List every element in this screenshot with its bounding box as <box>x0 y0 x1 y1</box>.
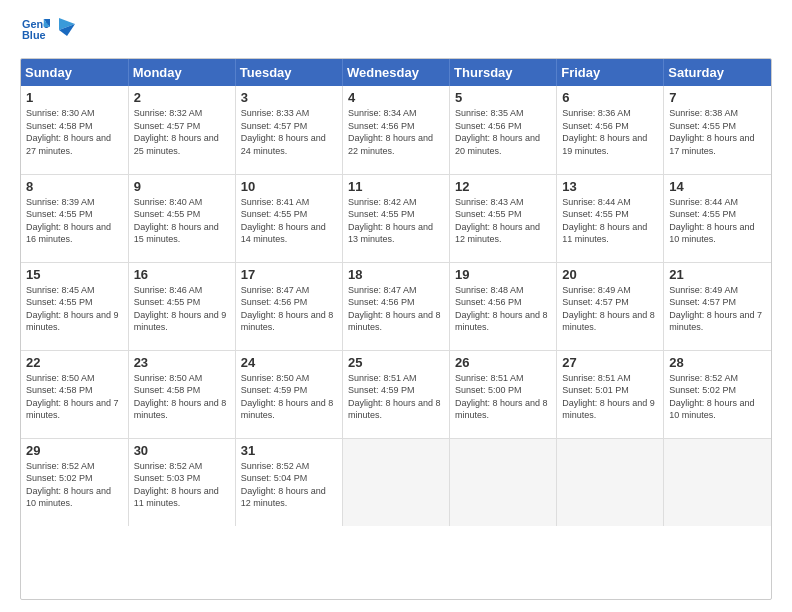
day-number: 2 <box>134 90 230 105</box>
cell-info: Sunrise: 8:39 AMSunset: 4:55 PMDaylight:… <box>26 197 111 245</box>
calendar-cell: 17Sunrise: 8:47 AMSunset: 4:56 PMDayligh… <box>235 262 342 350</box>
day-header-thursday: Thursday <box>450 59 557 86</box>
cell-info: Sunrise: 8:47 AMSunset: 4:56 PMDaylight:… <box>241 285 334 333</box>
day-number: 16 <box>134 267 230 282</box>
day-number: 22 <box>26 355 123 370</box>
day-number: 12 <box>455 179 551 194</box>
day-number: 3 <box>241 90 337 105</box>
day-number: 30 <box>134 443 230 458</box>
calendar-cell: 29Sunrise: 8:52 AMSunset: 5:02 PMDayligh… <box>21 438 128 526</box>
calendar-cell: 8Sunrise: 8:39 AMSunset: 4:55 PMDaylight… <box>21 174 128 262</box>
cell-info: Sunrise: 8:40 AMSunset: 4:55 PMDaylight:… <box>134 197 219 245</box>
cell-info: Sunrise: 8:33 AMSunset: 4:57 PMDaylight:… <box>241 108 326 156</box>
cell-info: Sunrise: 8:50 AMSunset: 4:58 PMDaylight:… <box>134 373 227 421</box>
calendar-cell: 16Sunrise: 8:46 AMSunset: 4:55 PMDayligh… <box>128 262 235 350</box>
calendar-cell: 11Sunrise: 8:42 AMSunset: 4:55 PMDayligh… <box>342 174 449 262</box>
day-number: 4 <box>348 90 444 105</box>
cell-info: Sunrise: 8:41 AMSunset: 4:55 PMDaylight:… <box>241 197 326 245</box>
cell-info: Sunrise: 8:48 AMSunset: 4:56 PMDaylight:… <box>455 285 548 333</box>
calendar-cell: 24Sunrise: 8:50 AMSunset: 4:59 PMDayligh… <box>235 350 342 438</box>
page-header: General Blue <box>20 16 772 48</box>
day-number: 17 <box>241 267 337 282</box>
calendar-week-3: 15Sunrise: 8:45 AMSunset: 4:55 PMDayligh… <box>21 262 771 350</box>
cell-info: Sunrise: 8:51 AMSunset: 5:01 PMDaylight:… <box>562 373 655 421</box>
calendar-cell: 7Sunrise: 8:38 AMSunset: 4:55 PMDaylight… <box>664 86 771 174</box>
cell-info: Sunrise: 8:30 AMSunset: 4:58 PMDaylight:… <box>26 108 111 156</box>
cell-info: Sunrise: 8:43 AMSunset: 4:55 PMDaylight:… <box>455 197 540 245</box>
cell-info: Sunrise: 8:51 AMSunset: 4:59 PMDaylight:… <box>348 373 441 421</box>
day-number: 26 <box>455 355 551 370</box>
cell-info: Sunrise: 8:50 AMSunset: 4:58 PMDaylight:… <box>26 373 119 421</box>
logo: General Blue <box>20 16 77 48</box>
calendar-cell: 12Sunrise: 8:43 AMSunset: 4:55 PMDayligh… <box>450 174 557 262</box>
cell-info: Sunrise: 8:44 AMSunset: 4:55 PMDaylight:… <box>562 197 647 245</box>
day-number: 27 <box>562 355 658 370</box>
day-number: 20 <box>562 267 658 282</box>
day-number: 6 <box>562 90 658 105</box>
cell-info: Sunrise: 8:46 AMSunset: 4:55 PMDaylight:… <box>134 285 227 333</box>
cell-info: Sunrise: 8:42 AMSunset: 4:55 PMDaylight:… <box>348 197 433 245</box>
cell-info: Sunrise: 8:44 AMSunset: 4:55 PMDaylight:… <box>669 197 754 245</box>
day-number: 31 <box>241 443 337 458</box>
day-number: 9 <box>134 179 230 194</box>
day-number: 11 <box>348 179 444 194</box>
calendar-cell: 26Sunrise: 8:51 AMSunset: 5:00 PMDayligh… <box>450 350 557 438</box>
cell-info: Sunrise: 8:52 AMSunset: 5:02 PMDaylight:… <box>26 461 111 509</box>
day-number: 1 <box>26 90 123 105</box>
day-number: 23 <box>134 355 230 370</box>
calendar-cell <box>664 438 771 526</box>
calendar-cell: 22Sunrise: 8:50 AMSunset: 4:58 PMDayligh… <box>21 350 128 438</box>
calendar-cell: 5Sunrise: 8:35 AMSunset: 4:56 PMDaylight… <box>450 86 557 174</box>
cell-info: Sunrise: 8:45 AMSunset: 4:55 PMDaylight:… <box>26 285 119 333</box>
calendar-cell: 9Sunrise: 8:40 AMSunset: 4:55 PMDaylight… <box>128 174 235 262</box>
day-number: 15 <box>26 267 123 282</box>
day-number: 25 <box>348 355 444 370</box>
calendar-cell: 1Sunrise: 8:30 AMSunset: 4:58 PMDaylight… <box>21 86 128 174</box>
calendar-cell: 19Sunrise: 8:48 AMSunset: 4:56 PMDayligh… <box>450 262 557 350</box>
day-header-monday: Monday <box>128 59 235 86</box>
svg-text:Blue: Blue <box>22 29 46 41</box>
day-number: 13 <box>562 179 658 194</box>
cell-info: Sunrise: 8:52 AMSunset: 5:04 PMDaylight:… <box>241 461 326 509</box>
day-number: 10 <box>241 179 337 194</box>
calendar-cell: 6Sunrise: 8:36 AMSunset: 4:56 PMDaylight… <box>557 86 664 174</box>
calendar-cell <box>557 438 664 526</box>
day-number: 7 <box>669 90 766 105</box>
calendar-week-2: 8Sunrise: 8:39 AMSunset: 4:55 PMDaylight… <box>21 174 771 262</box>
calendar-cell: 2Sunrise: 8:32 AMSunset: 4:57 PMDaylight… <box>128 86 235 174</box>
day-number: 24 <box>241 355 337 370</box>
calendar-cell: 20Sunrise: 8:49 AMSunset: 4:57 PMDayligh… <box>557 262 664 350</box>
calendar-cell: 30Sunrise: 8:52 AMSunset: 5:03 PMDayligh… <box>128 438 235 526</box>
day-header-saturday: Saturday <box>664 59 771 86</box>
cell-info: Sunrise: 8:32 AMSunset: 4:57 PMDaylight:… <box>134 108 219 156</box>
cell-info: Sunrise: 8:35 AMSunset: 4:56 PMDaylight:… <box>455 108 540 156</box>
calendar-week-1: 1Sunrise: 8:30 AMSunset: 4:58 PMDaylight… <box>21 86 771 174</box>
calendar-cell: 14Sunrise: 8:44 AMSunset: 4:55 PMDayligh… <box>664 174 771 262</box>
calendar-cell <box>450 438 557 526</box>
day-header-wednesday: Wednesday <box>342 59 449 86</box>
cell-info: Sunrise: 8:49 AMSunset: 4:57 PMDaylight:… <box>562 285 655 333</box>
calendar-cell: 18Sunrise: 8:47 AMSunset: 4:56 PMDayligh… <box>342 262 449 350</box>
cell-info: Sunrise: 8:50 AMSunset: 4:59 PMDaylight:… <box>241 373 334 421</box>
day-number: 28 <box>669 355 766 370</box>
day-number: 18 <box>348 267 444 282</box>
day-number: 19 <box>455 267 551 282</box>
cell-info: Sunrise: 8:52 AMSunset: 5:03 PMDaylight:… <box>134 461 219 509</box>
logo-flag-icon <box>55 16 77 38</box>
cell-info: Sunrise: 8:38 AMSunset: 4:55 PMDaylight:… <box>669 108 754 156</box>
calendar-cell: 4Sunrise: 8:34 AMSunset: 4:56 PMDaylight… <box>342 86 449 174</box>
day-number: 8 <box>26 179 123 194</box>
day-header-friday: Friday <box>557 59 664 86</box>
calendar-cell: 3Sunrise: 8:33 AMSunset: 4:57 PMDaylight… <box>235 86 342 174</box>
cell-info: Sunrise: 8:52 AMSunset: 5:02 PMDaylight:… <box>669 373 754 421</box>
calendar-week-4: 22Sunrise: 8:50 AMSunset: 4:58 PMDayligh… <box>21 350 771 438</box>
calendar-week-5: 29Sunrise: 8:52 AMSunset: 5:02 PMDayligh… <box>21 438 771 526</box>
calendar-cell <box>342 438 449 526</box>
day-header-tuesday: Tuesday <box>235 59 342 86</box>
calendar-cell: 13Sunrise: 8:44 AMSunset: 4:55 PMDayligh… <box>557 174 664 262</box>
cell-info: Sunrise: 8:36 AMSunset: 4:56 PMDaylight:… <box>562 108 647 156</box>
calendar-cell: 15Sunrise: 8:45 AMSunset: 4:55 PMDayligh… <box>21 262 128 350</box>
day-header-sunday: Sunday <box>21 59 128 86</box>
cell-info: Sunrise: 8:47 AMSunset: 4:56 PMDaylight:… <box>348 285 441 333</box>
calendar: SundayMondayTuesdayWednesdayThursdayFrid… <box>20 58 772 600</box>
